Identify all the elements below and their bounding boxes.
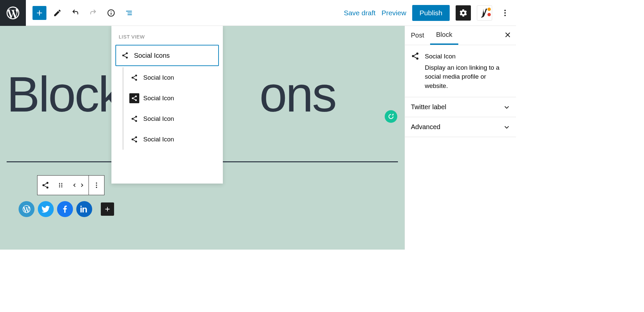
editor-area: Block ons	[0, 26, 516, 250]
more-vertical-icon	[501, 9, 509, 17]
block-description-text: Display an icon linking to a social medi…	[425, 63, 510, 91]
list-view-item-social-icon[interactable]: Social Icon	[125, 109, 219, 129]
pencil-icon	[53, 9, 62, 17]
svg-point-9	[59, 183, 60, 184]
svg-point-7	[42, 184, 44, 186]
svg-point-15	[96, 183, 97, 184]
yoast-status-dot-1	[487, 8, 491, 11]
svg-point-22	[132, 77, 134, 79]
grammarly-badge[interactable]	[385, 110, 397, 123]
close-sidebar-button[interactable]	[499, 31, 516, 40]
wordpress-icon	[5, 5, 21, 21]
svg-point-23	[135, 79, 137, 81]
share-icon	[120, 50, 130, 60]
editor-topbar: Save draft Preview Publish	[0, 0, 516, 26]
social-facebook[interactable]	[57, 201, 73, 217]
list-view-item-label: Social Icon	[143, 115, 174, 122]
list-view-icon	[125, 9, 133, 17]
social-linkedin[interactable]	[76, 201, 92, 217]
svg-point-18	[126, 52, 128, 54]
svg-point-2	[111, 11, 111, 12]
yoast-button[interactable]	[477, 5, 492, 21]
list-view-children: Social Icon Social Icon Social Icon Soci…	[123, 67, 219, 150]
tab-block[interactable]: Block	[430, 26, 458, 45]
more-options-button[interactable]	[498, 6, 512, 20]
move-buttons[interactable]	[68, 176, 89, 195]
more-vertical-icon	[93, 182, 100, 189]
plus-icon	[35, 9, 44, 17]
info-icon	[107, 9, 115, 17]
linkedin-icon	[80, 205, 88, 213]
settings-button[interactable]	[456, 5, 471, 21]
social-wordpress[interactable]	[19, 201, 34, 217]
block-type-button[interactable]	[37, 176, 53, 195]
svg-point-19	[122, 54, 124, 56]
block-toolbar	[37, 175, 104, 195]
list-view-item-social-icon[interactable]: Social Icon	[125, 67, 219, 88]
list-view-button[interactable]	[122, 6, 136, 20]
svg-point-13	[59, 186, 60, 187]
chevron-right-icon	[79, 183, 85, 188]
svg-point-20	[126, 57, 128, 59]
svg-point-17	[96, 187, 97, 188]
svg-point-34	[412, 55, 414, 57]
social-twitter[interactable]	[38, 201, 54, 217]
yoast-status-dot-2	[487, 13, 491, 16]
social-icons-block[interactable]	[19, 201, 114, 217]
add-social-button[interactable]	[101, 202, 114, 216]
list-view-item-social-icon[interactable]: Social Icon	[125, 88, 219, 109]
gear-icon	[459, 9, 468, 17]
close-icon	[504, 31, 511, 39]
list-view-item-label: Social Icons	[134, 52, 170, 59]
settings-sidebar: Post Block Social Icon Display an icon l…	[405, 26, 516, 250]
svg-point-14	[61, 186, 62, 187]
chevron-left-icon	[72, 183, 77, 188]
block-more-button[interactable]	[89, 176, 104, 195]
share-icon	[129, 73, 139, 83]
info-button[interactable]	[104, 6, 118, 20]
title-text-left: Block	[7, 66, 122, 122]
svg-point-16	[96, 185, 97, 186]
svg-point-33	[416, 52, 419, 55]
list-view-item-label: Social Icon	[143, 136, 174, 143]
plus-icon	[104, 205, 111, 213]
drag-icon	[57, 182, 64, 189]
block-title: Social Icon	[425, 52, 510, 61]
svg-point-28	[132, 118, 134, 120]
chevron-down-icon	[503, 104, 510, 111]
panel-label: Advanced	[411, 123, 440, 131]
facebook-icon	[61, 205, 69, 213]
svg-point-11	[59, 185, 60, 186]
list-view-item-social-icon[interactable]: Social Icon	[125, 129, 219, 150]
wordpress-logo[interactable]	[0, 0, 26, 26]
list-view-item-social-icons[interactable]: Social Icons	[115, 45, 219, 66]
chevron-down-icon	[503, 124, 510, 130]
panel-advanced[interactable]: Advanced	[405, 117, 516, 137]
svg-point-8	[46, 187, 48, 189]
svg-point-26	[135, 99, 137, 101]
toolbar-right: Save draft Preview Publish	[344, 5, 516, 21]
publish-button[interactable]: Publish	[412, 5, 450, 21]
edit-mode-button[interactable]	[50, 6, 64, 20]
add-block-button[interactable]	[32, 6, 46, 20]
editor-canvas[interactable]: Block ons	[0, 26, 405, 250]
svg-point-10	[61, 183, 62, 184]
undo-button[interactable]	[68, 6, 82, 20]
redo-button[interactable]	[86, 6, 100, 20]
tab-post[interactable]: Post	[405, 26, 430, 45]
svg-point-3	[504, 10, 506, 11]
svg-point-35	[416, 57, 419, 60]
block-description: Social Icon Display an icon linking to a…	[405, 45, 516, 97]
panel-twitter-label[interactable]: Twitter label	[405, 97, 516, 117]
redo-icon	[89, 9, 97, 17]
svg-point-30	[135, 136, 137, 138]
preview-button[interactable]: Preview	[381, 9, 406, 17]
drag-handle[interactable]	[53, 176, 68, 195]
toolbar-left	[26, 6, 136, 20]
save-draft-button[interactable]: Save draft	[344, 9, 376, 17]
share-icon	[129, 134, 139, 144]
svg-point-21	[135, 75, 137, 77]
svg-point-24	[135, 96, 137, 97]
svg-point-25	[132, 98, 134, 99]
svg-point-29	[135, 120, 137, 122]
